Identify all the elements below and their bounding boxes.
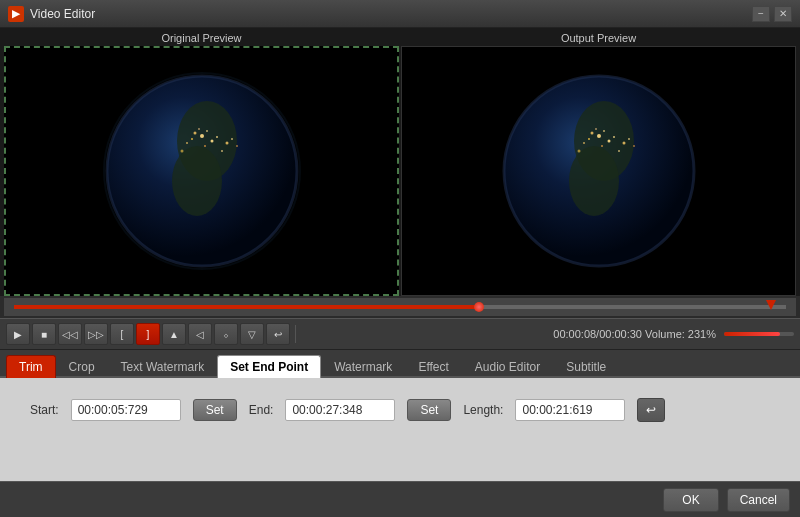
svg-point-26 xyxy=(603,130,605,132)
svg-point-33 xyxy=(577,150,580,153)
tab-trim[interactable]: Trim xyxy=(6,355,56,378)
svg-point-28 xyxy=(607,140,610,143)
flip-v-button[interactable]: ▽ xyxy=(240,323,264,345)
cancel-button[interactable]: Cancel xyxy=(727,488,790,512)
svg-point-23 xyxy=(569,146,619,216)
svg-point-31 xyxy=(583,142,585,144)
original-preview-panel: Original Preview xyxy=(4,28,399,296)
tab-crop[interactable]: Crop xyxy=(56,355,108,378)
undo-button[interactable]: ↩ xyxy=(266,323,290,345)
play-button[interactable]: ▶ xyxy=(6,323,30,345)
timeline-track xyxy=(14,305,786,309)
timeline-thumb[interactable] xyxy=(474,302,484,312)
svg-point-29 xyxy=(601,145,603,147)
svg-point-10 xyxy=(198,128,200,130)
svg-point-25 xyxy=(590,132,593,135)
rotate-left-button[interactable]: ◁ xyxy=(188,323,212,345)
svg-point-5 xyxy=(193,132,196,135)
output-earth-svg xyxy=(484,61,714,281)
svg-point-24 xyxy=(597,134,601,138)
tabs-bar: Trim Crop Text Watermark Set End Point W… xyxy=(0,350,800,378)
app-title: Video Editor xyxy=(30,7,95,21)
trim-button[interactable]: ▲ xyxy=(162,323,186,345)
svg-point-27 xyxy=(588,138,590,140)
svg-point-6 xyxy=(206,130,208,132)
set-end-btn[interactable]: Set xyxy=(407,399,451,421)
next-frame-button[interactable]: ▷▷ xyxy=(84,323,108,345)
end-label: End: xyxy=(249,403,274,417)
output-preview-panel: Output Preview xyxy=(401,28,796,296)
volume-slider[interactable] xyxy=(724,332,794,336)
timeline-played xyxy=(14,305,477,309)
set-end-button[interactable]: ] xyxy=(136,323,160,345)
svg-point-17 xyxy=(236,145,238,147)
app-icon: ▶ xyxy=(8,6,24,22)
output-video-frame xyxy=(401,46,796,296)
svg-point-8 xyxy=(210,140,213,143)
original-earth-svg xyxy=(87,61,317,281)
set-start-btn[interactable]: Set xyxy=(193,399,237,421)
main-layout: Original Preview xyxy=(0,28,800,517)
tab-text-watermark[interactable]: Text Watermark xyxy=(108,355,218,378)
timeline-area[interactable] xyxy=(4,298,796,316)
title-bar-right: − ✕ xyxy=(752,6,792,22)
bottom-bar: OK Cancel xyxy=(0,481,800,517)
controls-bar: ▶ ■ ◁◁ ▷▷ [ ] ▲ ◁ ⬦ ▽ ↩ 00:00:08/00:00:3… xyxy=(0,318,800,350)
content-area: Start: Set End: Set Length: ↩ xyxy=(0,378,800,481)
original-preview-label: Original Preview xyxy=(4,28,399,46)
end-input[interactable] xyxy=(285,399,395,421)
start-input[interactable] xyxy=(71,399,181,421)
svg-point-3 xyxy=(172,146,222,216)
trim-fields-row: Start: Set End: Set Length: ↩ xyxy=(30,398,770,422)
svg-point-15 xyxy=(225,142,228,145)
svg-point-16 xyxy=(231,138,233,140)
time-display: 00:00:08/00:00:30 Volume: 231% xyxy=(553,328,716,340)
start-label: Start: xyxy=(30,403,59,417)
preview-area: Original Preview xyxy=(0,28,800,296)
output-preview-label: Output Preview xyxy=(401,28,796,46)
controls-separator xyxy=(295,325,296,343)
svg-point-14 xyxy=(221,150,223,152)
svg-point-37 xyxy=(633,145,635,147)
reset-button[interactable]: ↩ xyxy=(637,398,665,422)
svg-point-36 xyxy=(628,138,630,140)
svg-point-30 xyxy=(595,128,597,130)
output-globe xyxy=(402,47,795,295)
stop-button[interactable]: ■ xyxy=(32,323,56,345)
svg-point-12 xyxy=(216,136,218,138)
length-label: Length: xyxy=(463,403,503,417)
svg-point-7 xyxy=(191,138,193,140)
svg-point-13 xyxy=(180,150,183,153)
svg-point-32 xyxy=(613,136,615,138)
tab-subtitle[interactable]: Subtitle xyxy=(553,355,619,378)
tab-effect[interactable]: Effect xyxy=(405,355,461,378)
set-start-button[interactable]: [ xyxy=(110,323,134,345)
original-video-frame xyxy=(4,46,399,296)
tab-set-end-point[interactable]: Set End Point xyxy=(217,355,321,378)
svg-point-4 xyxy=(200,134,204,138)
svg-point-11 xyxy=(186,142,188,144)
original-globe xyxy=(6,48,397,294)
title-bar: ▶ Video Editor − ✕ xyxy=(0,0,800,28)
svg-point-35 xyxy=(622,142,625,145)
svg-point-9 xyxy=(204,145,206,147)
prev-frame-button[interactable]: ◁◁ xyxy=(58,323,82,345)
ok-button[interactable]: OK xyxy=(663,488,718,512)
flip-h-button[interactable]: ⬦ xyxy=(214,323,238,345)
tab-audio-editor[interactable]: Audio Editor xyxy=(462,355,553,378)
close-button[interactable]: ✕ xyxy=(774,6,792,22)
svg-point-34 xyxy=(618,150,620,152)
length-input[interactable] xyxy=(515,399,625,421)
minimize-button[interactable]: − xyxy=(752,6,770,22)
title-bar-left: ▶ Video Editor xyxy=(8,6,95,22)
tab-watermark[interactable]: Watermark xyxy=(321,355,405,378)
volume-slider-fill xyxy=(724,332,780,336)
